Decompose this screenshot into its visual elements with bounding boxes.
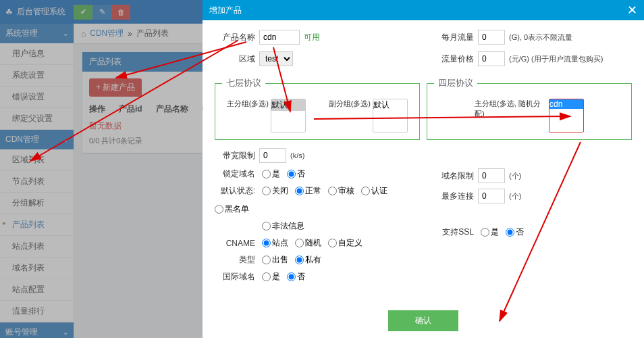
- modal-title: 增加产品: [209, 5, 242, 16]
- cname-radio[interactable]: [328, 239, 337, 247]
- label: 产品名称: [215, 32, 255, 43]
- label: 主分组(多选): [227, 99, 269, 109]
- max-conn-input[interactable]: [478, 189, 505, 203]
- legend: 七层协议: [222, 77, 265, 89]
- intl-yes-radio[interactable]: [262, 272, 271, 281]
- status-radio[interactable]: [215, 205, 223, 214]
- label: 流量价格: [433, 53, 474, 65]
- ssl-yes-radio[interactable]: [481, 228, 489, 237]
- product-name-input[interactable]: [259, 30, 300, 45]
- type-radio[interactable]: [262, 256, 271, 264]
- label: 副分组(多选): [329, 99, 371, 109]
- l4-main-group-select[interactable]: cdn: [549, 99, 584, 132]
- label: 支持SSL: [433, 226, 474, 238]
- cname-radio[interactable]: [262, 239, 271, 247]
- domain-limit-input[interactable]: [478, 168, 505, 183]
- cname-radio[interactable]: [295, 239, 304, 247]
- name-ok-text: 可用: [304, 32, 320, 43]
- label: CNAME: [215, 239, 255, 248]
- l7-main-group-select[interactable]: 默认: [271, 99, 306, 132]
- label: 带宽限制: [215, 150, 255, 162]
- label: 主分组(多选, 随机分配): [475, 99, 542, 132]
- bandwidth-input[interactable]: [259, 148, 286, 163]
- label: 区域: [215, 53, 255, 65]
- status-radio[interactable]: [295, 187, 304, 195]
- intl-no-radio[interactable]: [287, 272, 296, 281]
- label: 最多连接: [433, 191, 474, 202]
- close-icon[interactable]: ✕: [627, 3, 637, 18]
- status-radio[interactable]: [262, 222, 271, 231]
- label: 默认状态:: [215, 185, 255, 197]
- hint: (元/G) (用于用户流量包购买): [509, 54, 603, 64]
- status-radio[interactable]: [262, 187, 271, 195]
- monthly-flow-input[interactable]: [478, 30, 505, 45]
- lock-no-radio[interactable]: [287, 170, 296, 178]
- hint: (个): [509, 191, 521, 201]
- label: 国际域名: [215, 271, 255, 283]
- label: 域名限制: [433, 170, 474, 182]
- region-select[interactable]: test: [259, 51, 293, 66]
- ssl-no-radio[interactable]: [506, 228, 514, 237]
- legend: 四层协议: [434, 77, 477, 89]
- submit-button[interactable]: 确认: [388, 310, 458, 331]
- layer7-fieldset: 七层协议 主分组(多选) 默认 副分组(多选) 默认: [215, 77, 420, 140]
- label: 锁定域名: [215, 168, 255, 180]
- label: 每月流量: [433, 32, 474, 43]
- hint: (k/s): [290, 151, 304, 160]
- status-radio[interactable]: [361, 187, 370, 195]
- hint: (个): [509, 171, 521, 181]
- hint: (G), 0表示不限流量: [509, 32, 572, 43]
- flow-price-input[interactable]: [478, 51, 505, 66]
- type-radio[interactable]: [295, 256, 304, 264]
- l7-sub-group-select[interactable]: 默认: [373, 99, 408, 132]
- add-product-modal: 增加产品 ✕ 产品名称 可用 区域 test: [203, 0, 644, 338]
- layer4-fieldset: 四层协议 主分组(多选, 随机分配) cdn: [427, 77, 632, 140]
- status-radio[interactable]: [328, 187, 337, 195]
- label: 类型: [215, 254, 255, 266]
- lock-yes-radio[interactable]: [262, 170, 271, 178]
